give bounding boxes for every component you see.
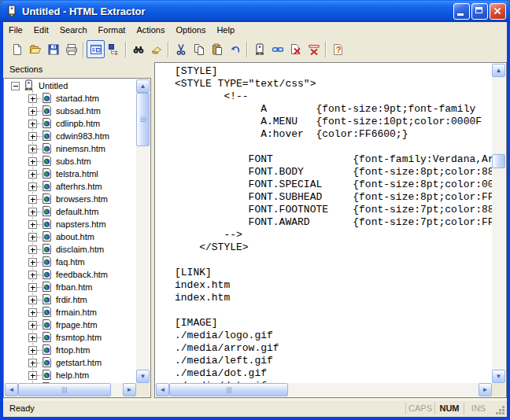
scroll-right-icon[interactable]: ► (479, 383, 492, 396)
scroll-down-icon[interactable]: ▼ (492, 370, 505, 383)
tree-item-label: cdwin983.htm (56, 131, 109, 141)
expand-icon[interactable] (28, 258, 37, 267)
undo-button[interactable] (226, 40, 244, 58)
close-button[interactable] (490, 3, 506, 20)
tree-item[interactable]: frmain.htm (5, 306, 136, 319)
open-button[interactable] (26, 40, 44, 58)
expand-icon[interactable] (28, 245, 37, 254)
tree-view[interactable]: Untitled startad.htm (5, 79, 136, 383)
tree-item[interactable]: cdlinpb.htm (5, 117, 136, 130)
remove-section-button[interactable] (286, 40, 305, 58)
scroll-down-icon[interactable]: ▼ (136, 370, 150, 383)
tree-item[interactable]: faq.htm (5, 256, 136, 268)
tree-vscroll-thumb[interactable] (136, 93, 150, 146)
title-bar[interactable]: Untitled - HTML Extractor (0, 0, 510, 22)
extract-button[interactable] (250, 40, 268, 58)
expand-icon[interactable] (28, 346, 37, 355)
tree-item[interactable]: getstart.htm (5, 356, 136, 369)
menu-item[interactable]: Actions (131, 24, 170, 36)
tree-item[interactable]: frsmtop.htm (5, 331, 136, 344)
tree-item[interactable]: cdwin983.htm (5, 130, 136, 142)
tree-item[interactable]: default.htm (5, 205, 136, 218)
tree-item[interactable]: napsters.htm (5, 218, 136, 230)
save-button[interactable] (44, 40, 62, 58)
code-vertical-scrollbar[interactable]: ▲ ▼ (492, 64, 505, 383)
expand-icon[interactable] (28, 308, 37, 317)
expand-icon[interactable] (28, 296, 37, 304)
tree-structure-button[interactable] (105, 40, 123, 58)
tree-item[interactable]: afterhrs.htm (5, 180, 136, 193)
expand-icon[interactable] (28, 120, 37, 128)
menu-item[interactable]: File (3, 24, 28, 36)
scroll-up-icon[interactable]: ▲ (492, 64, 505, 77)
menu-item[interactable]: Help (211, 24, 240, 36)
find-button[interactable] (129, 40, 147, 58)
new-button[interactable] (8, 40, 26, 58)
expand-icon[interactable] (28, 208, 37, 216)
tree-item[interactable]: frban.htm (5, 281, 136, 293)
tree-item[interactable]: frtop.htm (5, 344, 136, 356)
tree-item[interactable]: subsad.htm (5, 105, 136, 117)
help-button[interactable]: ? (329, 40, 347, 58)
cut-button[interactable] (172, 40, 190, 58)
tree-item[interactable]: about.htm (5, 230, 136, 243)
collapse-icon[interactable] (11, 82, 20, 90)
tree-item[interactable]: ninemsn.htm (5, 142, 136, 155)
tree-item-label: ninemsn.htm (56, 144, 105, 153)
maximize-button[interactable] (471, 3, 488, 20)
expand-icon[interactable] (28, 220, 37, 229)
tree-item[interactable]: disclaim.htm (5, 243, 136, 256)
tree-item[interactable]: frdir.htm (5, 293, 136, 306)
html-doc-icon (42, 293, 52, 305)
expand-icon[interactable] (28, 157, 37, 166)
tree-item[interactable]: feedback.htm (5, 268, 136, 281)
tree-item[interactable]: startad.htm (5, 92, 136, 105)
save-icon (47, 43, 60, 56)
menu-item[interactable]: Search (54, 24, 93, 36)
tree-item[interactable]: browsers.htm (5, 193, 136, 205)
expand-icon[interactable] (28, 283, 37, 292)
expand-icon[interactable] (28, 107, 37, 116)
print-button[interactable] (62, 40, 80, 58)
tree-item[interactable]: subs.htm (5, 155, 136, 168)
tree-item[interactable]: frpage.htm (5, 319, 136, 331)
thumb-grip (62, 387, 68, 393)
expand-icon[interactable] (28, 132, 37, 141)
menu-item[interactable]: Format (93, 24, 131, 36)
code-vscroll-thumb[interactable] (492, 154, 505, 168)
resize-grip[interactable] (502, 412, 504, 414)
code-hscroll-thumb[interactable] (169, 383, 288, 396)
copy-button[interactable] (190, 40, 208, 58)
tree-item[interactable]: help.htm (5, 369, 136, 381)
paste-button[interactable] (208, 40, 226, 58)
expand-icon[interactable] (28, 333, 37, 342)
scroll-right-icon[interactable]: ► (123, 383, 136, 396)
code-horizontal-scrollbar[interactable]: ◄ ► (156, 383, 492, 396)
expand-icon[interactable] (28, 170, 37, 179)
expand-icon[interactable] (28, 233, 37, 241)
scroll-left-icon[interactable]: ◄ (5, 383, 18, 396)
expand-icon[interactable] (28, 195, 37, 204)
expand-icon[interactable] (28, 371, 37, 380)
tree-item[interactable]: telstra.html (5, 168, 136, 180)
menu-item[interactable]: Options (170, 24, 211, 36)
tree-root-item[interactable]: Untitled (5, 79, 136, 92)
expand-icon[interactable] (28, 271, 37, 279)
minimize-button[interactable] (453, 3, 470, 20)
tree-hscroll-thumb[interactable] (18, 383, 111, 396)
links-button[interactable] (268, 40, 286, 58)
code-view[interactable]: [STYLE]<STYLE TYPE="text/css"> <!-- A {f… (156, 64, 492, 383)
expand-icon[interactable] (28, 182, 37, 191)
expand-icon[interactable] (28, 321, 37, 330)
erase-button[interactable] (147, 40, 165, 58)
expand-icon[interactable] (28, 94, 37, 103)
menu-item[interactable]: Edit (28, 24, 54, 36)
tree-vertical-scrollbar[interactable]: ▲ ▼ (136, 79, 150, 383)
remove-line-button[interactable] (305, 40, 323, 58)
scroll-left-icon[interactable]: ◄ (156, 383, 169, 396)
expand-icon[interactable] (28, 145, 37, 153)
tree-horizontal-scrollbar[interactable]: ◄ ► (5, 383, 136, 396)
sections-view-button[interactable] (87, 40, 105, 58)
scroll-up-icon[interactable]: ▲ (136, 79, 150, 93)
expand-icon[interactable] (28, 359, 37, 367)
